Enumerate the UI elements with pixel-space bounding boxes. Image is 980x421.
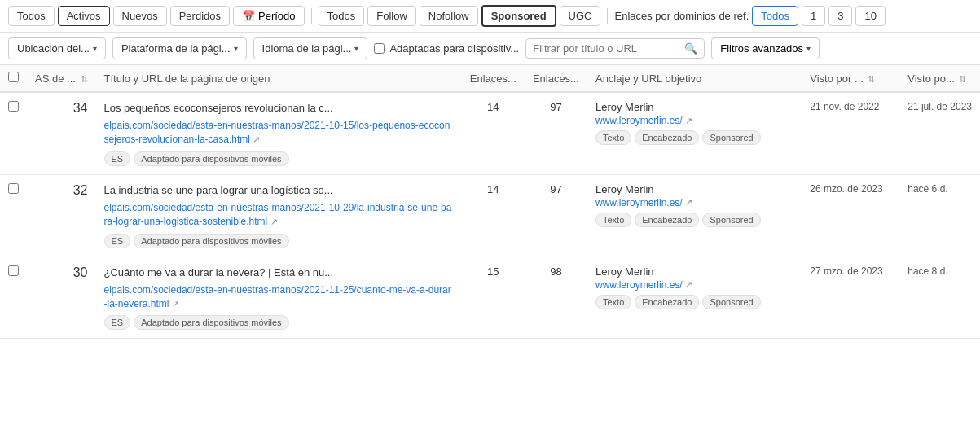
visto1-value: 26 mzo. de 2023 xyxy=(802,174,899,257)
anchor-domain: Leroy Merlin xyxy=(595,183,793,195)
enlaces1-value: 14 xyxy=(462,92,525,174)
page-url[interactable]: elpais.com/sociedad/esta-en-nuestras-man… xyxy=(104,283,454,311)
anchor-tag: Encabezado xyxy=(635,130,699,145)
visto2-value: hace 8 d. xyxy=(899,257,980,339)
filter-todos-status[interactable]: Todos xyxy=(8,6,55,26)
col-titulo: Título y URL de la página de origen xyxy=(96,65,462,92)
filter-perdidos[interactable]: Perdidos xyxy=(170,6,230,26)
ubicacion-dropdown[interactable]: Ubicación del... ▾ xyxy=(8,37,106,59)
sort-icon-visto1[interactable]: ⇅ xyxy=(868,74,875,84)
anchor-domain: Leroy Merlin xyxy=(595,265,793,278)
visto1-value: 27 mzo. de 2023 xyxy=(802,257,899,339)
anchor-url[interactable]: www.leroymerlin.es/ ↗ xyxy=(595,279,793,291)
filter-activos[interactable]: Activos xyxy=(58,6,110,26)
calendar-icon: 📅 xyxy=(242,10,255,22)
col-visto1: Visto por ... ⇅ xyxy=(802,65,899,92)
page-url[interactable]: elpais.com/sociedad/esta-en-nuestras-man… xyxy=(104,119,454,147)
as-value: 32 xyxy=(27,174,96,257)
row-checkbox[interactable] xyxy=(8,101,19,112)
tags: ESAdaptado para dispositivos móviles xyxy=(104,315,454,330)
select-all-checkbox[interactable] xyxy=(8,72,19,82)
filtros-avanzados-button[interactable]: Filtros avanzados ▾ xyxy=(711,37,820,59)
filter-count-3[interactable]: 3 xyxy=(828,6,852,26)
anchor-url-link[interactable]: www.leroymerlin.es/ xyxy=(595,197,683,208)
visto2-value: hace 6 d. xyxy=(899,174,980,257)
page-title: La industria se une para lograr una logí… xyxy=(104,183,454,198)
page-url-link[interactable]: elpais.com/sociedad/esta-en-nuestras-man… xyxy=(104,202,452,227)
col-enlaces1: Enlaces... xyxy=(462,65,525,92)
adaptadas-label: Adaptadas para dispositiv... xyxy=(389,42,519,55)
col-as: AS de ... ⇅ xyxy=(27,65,96,92)
anchor-tag: Texto xyxy=(595,213,631,227)
anchor-url-link[interactable]: www.leroymerlin.es/ xyxy=(595,279,683,291)
page-url[interactable]: elpais.com/sociedad/esta-en-nuestras-man… xyxy=(104,201,454,229)
filter-count-10[interactable]: 10 xyxy=(855,6,885,26)
filtros-avanzados-label: Filtros avanzados xyxy=(720,42,803,55)
sort-icon-as[interactable]: ⇅ xyxy=(81,74,88,84)
as-value: 34 xyxy=(27,92,96,174)
col-enlaces2: Enlaces... xyxy=(525,65,587,92)
anchor-tags: TextoEncabezadoSponsored xyxy=(595,213,793,227)
filter-period[interactable]: 📅 Período xyxy=(233,6,305,26)
separator2 xyxy=(607,8,608,24)
chevron-down-icon4: ▾ xyxy=(806,44,811,53)
chevron-down-icon: ▾ xyxy=(93,44,97,53)
external-link-icon2: ↗ xyxy=(685,116,692,126)
tag: Adaptado para dispositivos móviles xyxy=(134,315,288,330)
enlaces2-value: 97 xyxy=(525,174,587,257)
anchor-tag: Texto xyxy=(595,130,631,145)
ubicacion-label: Ubicación del... xyxy=(17,42,90,55)
table-body: 34 Los pequeños ecoconsejeros revolucion… xyxy=(0,92,980,339)
filter-todos-type[interactable]: Todos xyxy=(319,6,365,26)
idioma-dropdown[interactable]: Idioma de la pági... ▾ xyxy=(253,37,368,59)
page-title: Los pequeños ecoconsejeros revolucionan … xyxy=(104,101,454,116)
external-link-icon2: ↗ xyxy=(685,197,692,208)
row-checkbox[interactable] xyxy=(8,265,19,276)
search-box[interactable]: 🔍 xyxy=(525,38,705,59)
page-url-link[interactable]: elpais.com/sociedad/esta-en-nuestras-man… xyxy=(104,120,450,145)
tag: ES xyxy=(104,234,131,248)
external-link-icon: ↗ xyxy=(253,134,260,144)
filter-nuevos[interactable]: Nuevos xyxy=(113,6,167,26)
adaptadas-checkbox[interactable] xyxy=(374,43,385,54)
chevron-down-icon3: ▾ xyxy=(354,44,358,53)
as-value: 30 xyxy=(27,257,96,339)
col-checkbox xyxy=(0,65,27,92)
col-visto2: Visto po... ⇅ xyxy=(899,65,980,92)
filter-count-todos[interactable]: Todos xyxy=(752,6,798,26)
visto1-value: 21 nov. de 2022 xyxy=(802,92,899,174)
anchor-tags: TextoEncabezadoSponsored xyxy=(595,130,793,145)
anchor-tag: Encabezado xyxy=(635,295,699,309)
table-row: 32 La industria se une para lograr una l… xyxy=(0,174,980,257)
filter-sponsored[interactable]: Sponsored xyxy=(481,5,556,27)
title-cell: La industria se une para lograr una logí… xyxy=(96,174,462,257)
anchor-url-link[interactable]: www.leroymerlin.es/ xyxy=(595,115,683,126)
sort-icon-visto2[interactable]: ⇅ xyxy=(959,74,966,84)
plataforma-label: Plataforma de la pági... xyxy=(121,42,231,55)
separator xyxy=(311,8,312,24)
tags: ESAdaptado para dispositivos móviles xyxy=(104,234,454,248)
adaptadas-checkbox-label[interactable]: Adaptadas para dispositiv... xyxy=(374,42,519,55)
filter-nofollow[interactable]: Nofollow xyxy=(420,6,478,26)
filter-count-1[interactable]: 1 xyxy=(802,6,825,26)
anchor-url[interactable]: www.leroymerlin.es/ ↗ xyxy=(595,115,793,126)
page-url-link[interactable]: elpais.com/sociedad/esta-en-nuestras-man… xyxy=(104,284,451,309)
tag: Adaptado para dispositivos móviles xyxy=(134,234,288,248)
anchor-tag: Sponsored xyxy=(702,213,760,227)
tag: ES xyxy=(104,151,131,166)
idioma-label: Idioma de la pági... xyxy=(262,42,352,55)
table-row: 34 Los pequeños ecoconsejeros revolucion… xyxy=(0,92,980,174)
search-input[interactable] xyxy=(533,42,681,55)
col-anclaje: Anclaje y URL objetivo xyxy=(587,65,802,92)
anchor-url[interactable]: www.leroymerlin.es/ ↗ xyxy=(595,197,793,208)
page-title: ¿Cuánto me va a durar la nevera? | Está … xyxy=(104,265,454,280)
plataforma-dropdown[interactable]: Plataforma de la pági... ▾ xyxy=(112,37,247,59)
title-cell: ¿Cuánto me va a durar la nevera? | Está … xyxy=(96,257,462,339)
row-checkbox[interactable] xyxy=(8,183,19,194)
anclaje-cell: Leroy Merlin www.leroymerlin.es/ ↗ Texto… xyxy=(587,174,802,257)
enlaces2-value: 98 xyxy=(525,257,587,339)
filter-ugc[interactable]: UGC xyxy=(560,6,601,26)
chevron-down-icon2: ▾ xyxy=(234,44,238,53)
filter-follow[interactable]: Follow xyxy=(367,6,416,26)
filter-row2: Ubicación del... ▾ Plataforma de la pági… xyxy=(0,33,980,65)
